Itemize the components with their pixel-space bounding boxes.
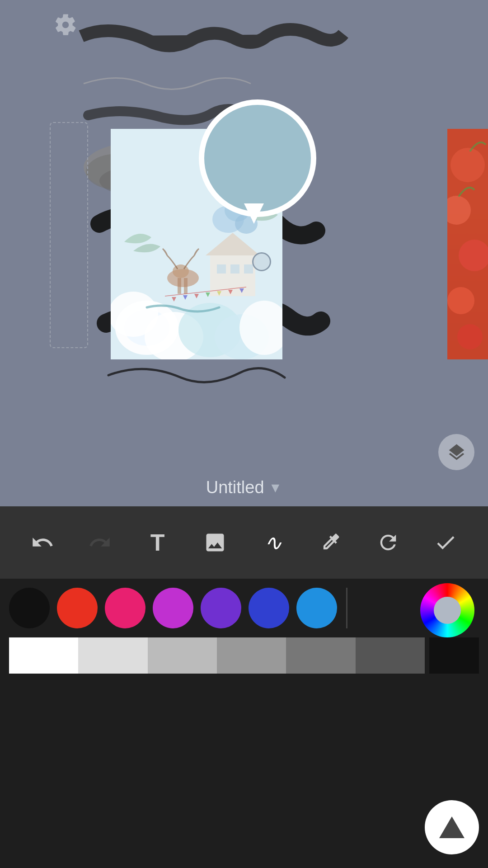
brush-icon: ∿ — [264, 530, 282, 555]
color-hot-pink[interactable] — [105, 588, 145, 628]
settings-button[interactable] — [50, 9, 81, 41]
title-chevron: ▼ — [269, 480, 282, 495]
refresh-button[interactable] — [368, 522, 408, 563]
text-button[interactable]: T — [137, 522, 178, 563]
confirm-icon — [434, 531, 457, 554]
color-row — [9, 588, 479, 628]
color-violet[interactable] — [201, 588, 241, 628]
tools-row: T ∿ — [0, 506, 488, 579]
svg-point-41 — [447, 287, 474, 314]
text-icon: T — [150, 529, 165, 556]
color-picker-circle[interactable] — [199, 99, 316, 217]
color-handle[interactable] — [252, 252, 271, 271]
brush-button[interactable]: ∿ — [253, 522, 293, 563]
colors-section — [0, 579, 488, 868]
gray-mid[interactable] — [217, 637, 286, 674]
gray-black[interactable] — [429, 637, 479, 674]
gray-light1[interactable] — [78, 637, 147, 674]
gray-light2[interactable] — [148, 637, 217, 674]
gray-dark2[interactable] — [356, 637, 425, 674]
svg-rect-22 — [184, 278, 188, 294]
gray-white[interactable] — [9, 637, 78, 674]
gear-icon — [54, 14, 77, 36]
grayscale-row — [9, 637, 479, 674]
redo-button[interactable] — [80, 522, 120, 563]
svg-point-38 — [450, 148, 485, 182]
svg-point-42 — [457, 324, 483, 349]
svg-rect-27 — [230, 264, 239, 274]
svg-rect-26 — [217, 264, 226, 274]
color-red[interactable] — [57, 588, 98, 628]
layers-icon — [446, 442, 467, 462]
eyedropper-button[interactable] — [310, 522, 351, 563]
document-title-text: Untitled — [206, 478, 264, 497]
color-wheel-inner — [434, 597, 461, 624]
gray-dark1[interactable] — [286, 637, 355, 674]
left-panel — [50, 122, 88, 348]
layers-button[interactable] — [438, 434, 474, 470]
right-fruit-image — [447, 129, 488, 359]
undo-icon — [31, 531, 54, 554]
confirm-button[interactable] — [425, 522, 466, 563]
color-sky-blue[interactable] — [296, 588, 337, 628]
image-icon — [203, 531, 227, 554]
bottom-toolbar: T ∿ — [0, 506, 488, 868]
eyedropper-icon — [319, 531, 342, 554]
brush-size-button[interactable] — [425, 800, 479, 854]
svg-rect-21 — [178, 278, 181, 294]
color-black[interactable] — [9, 588, 50, 628]
color-blue[interactable] — [249, 588, 289, 628]
refresh-icon — [376, 531, 400, 554]
color-separator — [346, 588, 347, 628]
redo-icon — [88, 531, 112, 554]
document-title-area[interactable]: Untitled ▼ — [0, 478, 488, 497]
canvas-area: Untitled ▼ — [0, 0, 488, 506]
svg-rect-28 — [244, 264, 253, 274]
color-wheel-button[interactable] — [420, 583, 474, 637]
svg-point-23 — [173, 264, 189, 278]
undo-button[interactable] — [22, 522, 63, 563]
brush-size-icon — [439, 816, 465, 838]
image-button[interactable] — [195, 522, 235, 563]
color-purple[interactable] — [153, 588, 193, 628]
color-picker-pointer — [244, 203, 264, 224]
